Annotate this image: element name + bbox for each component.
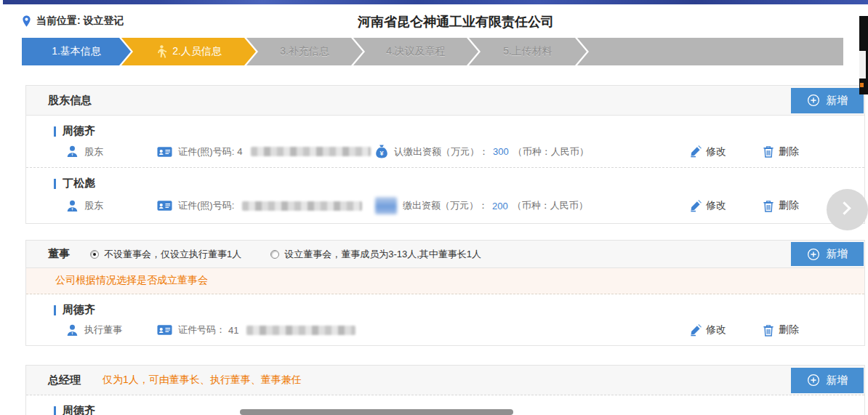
step-wizard: 1.基本信息 2.人员信息 3.补充信息 4.决议及章程 5.上传材料 (22, 38, 843, 65)
trash-icon (763, 145, 774, 158)
person-icon (66, 145, 79, 158)
directors-title: 董事 (48, 247, 70, 261)
edit-button[interactable]: 修改 (689, 323, 726, 337)
general-manager-title: 总经理 (48, 374, 81, 387)
id-card-icon (157, 324, 172, 336)
amount-label: 缴出资额（万元）： (403, 199, 488, 212)
side-floating-widget[interactable] (859, 16, 868, 94)
floating-widget-panel (859, 51, 866, 78)
directors-header: 董事 不设董事会，仅设立执行董事1人 设立董事会，董事成员为3-13人,其中董事… (26, 241, 864, 268)
radio-with-board[interactable]: 设立董事会，董事成员为3-13人,其中董事长1人 (270, 248, 481, 261)
add-manager-button[interactable]: 新增 (791, 368, 864, 393)
breadcrumb: 当前位置: 设立登记 (22, 15, 124, 28)
role-label: 执行董事 (84, 323, 122, 337)
breadcrumb-label: 当前位置: 设立登记 (36, 15, 124, 28)
shareholders-section: 股东信息 新增 周德齐 股东 (25, 85, 865, 224)
radio-no-board[interactable]: 不设董事会，仅设立执行董事1人 (90, 248, 241, 261)
shareholder-row: 丁松彪 股东 证件(照)号码: 缴出资 (26, 168, 864, 223)
amount-value: 300 (491, 146, 510, 157)
name-accent-bar (54, 406, 56, 415)
id-card-icon (157, 146, 172, 158)
edit-button[interactable]: 修改 (689, 199, 726, 212)
horizontal-scrollbar-thumb[interactable] (240, 409, 513, 415)
floating-widget-badge (860, 83, 864, 87)
walking-person-icon (156, 45, 166, 58)
add-shareholder-button[interactable]: 新增 (791, 88, 864, 113)
redacted-id-number (246, 326, 355, 335)
step-bar-filler (577, 38, 843, 65)
tab-resolutions[interactable]: 4.决议及章程 (353, 38, 478, 65)
board-notice: 公司根据情况选择是否成立董事会 (26, 268, 864, 294)
person-name: 周德齐 (63, 303, 95, 317)
redacted-id-number (251, 147, 371, 156)
general-manager-note: 仅为1人，可由董事长、执行董事、董事兼任 (103, 374, 302, 387)
tab-upload-materials[interactable]: 5.上传材料 (469, 38, 587, 65)
directors-section: 董事 不设董事会，仅设立执行董事1人 设立董事会，董事成员为3-13人,其中董事… (25, 240, 865, 346)
edit-button[interactable]: 修改 (689, 145, 726, 158)
person-icon (66, 200, 79, 212)
next-arrow-button[interactable] (827, 189, 868, 230)
amount-value: 200 (491, 201, 510, 211)
tab-basic-info[interactable]: 1.基本信息 (22, 38, 131, 65)
person-icon (66, 324, 79, 337)
id-card-icon (157, 200, 172, 211)
tab-personnel-info[interactable]: 2.人员信息 (121, 38, 256, 65)
location-pin-icon (22, 15, 31, 28)
currency-suffix: （币种：人民币） (513, 145, 589, 158)
shareholders-header: 股东信息 新增 (26, 86, 864, 116)
person-name: 周德齐 (63, 124, 95, 138)
general-manager-section: 总经理 仅为1人，可由董事长、执行董事、董事兼任 新增 周德齐 (25, 365, 865, 415)
role-label: 股东 (84, 145, 103, 158)
shareholder-row: 周德齐 股东 证件(照)号码: 4 (26, 116, 864, 168)
trash-icon (763, 200, 774, 212)
id-label: 证件(照)号码: (178, 145, 234, 158)
chevron-right-icon (837, 201, 851, 214)
name-accent-bar (54, 126, 56, 137)
id-label: 证件号码： (178, 323, 225, 337)
delete-button[interactable]: 删除 (763, 199, 799, 212)
pencil-icon (689, 200, 702, 212)
director-row: 周德齐 执行董事 证件号码： 41 (26, 294, 864, 345)
money-bag-icon: ¥ (375, 145, 388, 158)
plus-circle-icon (807, 248, 820, 261)
person-name: 丁松彪 (63, 177, 95, 190)
add-director-button[interactable]: 新增 (791, 242, 864, 266)
id-label: 证件(照)号码: (178, 199, 234, 212)
shareholders-title: 股东信息 (48, 94, 92, 108)
delete-button[interactable]: 删除 (763, 323, 799, 337)
registration-page: 当前位置: 设立登记 河南省昆仑神通工业有限责任公司 1.基本信息 2.人员信息… (0, 0, 868, 415)
tab-supplementary-info[interactable]: 3.补充信息 (246, 38, 363, 65)
redacted-money-bag-icon (375, 197, 397, 214)
svg-text:¥: ¥ (379, 150, 383, 157)
delete-button[interactable]: 删除 (763, 145, 799, 158)
id-visible-digits: 4 (237, 146, 242, 157)
general-manager-header: 总经理 仅为1人，可由董事长、执行董事、董事兼任 新增 (26, 366, 864, 395)
currency-suffix: （币种：人民币） (513, 199, 588, 212)
amount-label: 认缴出资额（万元）： (394, 145, 489, 158)
role-label: 股东 (84, 199, 103, 212)
plus-circle-icon (807, 94, 820, 107)
page-header: 当前位置: 设立登记 河南省昆仑神通工业有限责任公司 (0, 0, 868, 32)
name-accent-bar (54, 305, 56, 315)
name-accent-bar (54, 179, 56, 189)
plus-circle-icon (807, 374, 820, 387)
radio-checked-icon[interactable] (90, 250, 99, 259)
id-visible-digits: 41 (228, 325, 238, 336)
radio-unchecked-icon[interactable] (270, 250, 279, 259)
redacted-id-number (242, 201, 362, 211)
person-name: 周德齐 (63, 404, 95, 415)
trash-icon (763, 324, 774, 337)
pencil-icon (689, 324, 702, 337)
page-title: 河南省昆仑神通工业有限责任公司 (0, 13, 868, 31)
board-option-group: 不设董事会，仅设立执行董事1人 设立董事会，董事成员为3-13人,其中董事长1人 (90, 248, 481, 261)
pencil-icon (689, 145, 702, 158)
